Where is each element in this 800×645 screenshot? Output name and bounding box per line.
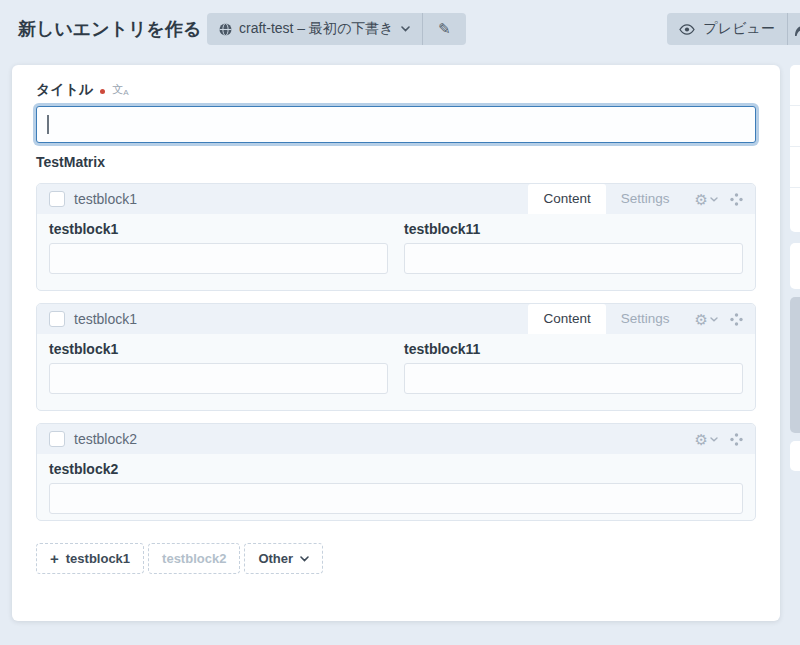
detail-sidebar-panel <box>790 441 800 471</box>
move-icon[interactable] <box>730 193 743 206</box>
gear-icon: ⚙ <box>695 432 708 447</box>
add-button-label: Other <box>258 551 293 566</box>
matrix-block-titlebar: testblock2 ⚙ <box>37 424 755 454</box>
tab-content[interactable]: Content <box>528 304 605 334</box>
detail-sidebar-settings-panel <box>790 65 800 232</box>
block-type-label: testblock1 <box>74 311 137 327</box>
text-caret <box>47 115 49 134</box>
title-field-label: タイトル <box>36 81 93 99</box>
block-checkbox[interactable] <box>49 431 65 447</box>
block-type-label: testblock1 <box>74 191 137 207</box>
globe-icon <box>219 23 232 36</box>
preview-button-label: プレビュー <box>703 20 774 38</box>
tab-content[interactable]: Content <box>528 184 605 214</box>
detail-sidebar-panel <box>790 243 800 289</box>
pencil-icon: ✎ <box>438 20 451 38</box>
move-icon[interactable] <box>730 313 743 326</box>
add-testblock1-button[interactable]: + testblock1 <box>36 543 144 574</box>
chevron-down-icon <box>710 317 718 322</box>
block-field-label: testblock1 <box>49 221 388 237</box>
plus-icon: + <box>50 550 59 567</box>
tab-settings[interactable]: Settings <box>606 184 685 214</box>
matrix-block-fields: testblock2 <box>37 454 755 514</box>
site-draft-switcher-button[interactable]: craft-test – 最初の下書き <box>207 13 422 45</box>
edit-draft-button[interactable]: ✎ <box>422 13 466 45</box>
matrix-block: testblock2 ⚙ testblock2 <box>36 423 756 521</box>
chevron-down-icon <box>710 197 718 202</box>
chevron-down-icon <box>401 26 410 32</box>
matrix-block-titlebar: testblock1 Content Settings ⚙ <box>37 184 755 214</box>
block-field: testblock11 <box>404 341 743 394</box>
matrix-block-fields: testblock1 testblock11 <box>37 214 755 274</box>
block-field-input[interactable] <box>49 363 388 394</box>
chevron-down-icon <box>710 437 718 442</box>
block-field-label: testblock11 <box>404 341 743 357</box>
add-button-label: testblock2 <box>162 551 226 566</box>
title-input-wrap <box>36 106 756 143</box>
block-field-input[interactable] <box>49 483 743 514</box>
share-arrow-icon <box>792 20 800 38</box>
block-checkbox[interactable] <box>49 191 65 207</box>
block-type-label: testblock2 <box>74 431 137 447</box>
block-field-input[interactable] <box>404 363 743 394</box>
block-field-label: testblock2 <box>49 461 743 477</box>
block-actions-button[interactable]: ⚙ <box>695 432 718 447</box>
tab-settings[interactable]: Settings <box>606 304 685 334</box>
entry-edit-pane: タイトル 文A TestMatrix testblock1 Content Se… <box>12 65 780 621</box>
chevron-down-icon <box>300 556 309 562</box>
sidebar-row <box>790 106 800 147</box>
block-field-label: testblock11 <box>404 221 743 237</box>
matrix-block-titlebar: testblock1 Content Settings ⚙ <box>37 304 755 334</box>
title-input[interactable] <box>36 106 756 143</box>
sidebar-row <box>790 188 800 229</box>
matrix-block-fields: testblock1 testblock11 <box>37 334 755 394</box>
title-field-heading: タイトル 文A <box>36 81 129 99</box>
block-field-input[interactable] <box>49 243 388 274</box>
preview-button[interactable]: プレビュー <box>667 13 787 45</box>
context-switcher-group: craft-test – 最初の下書き ✎ <box>207 13 466 45</box>
gear-icon: ⚙ <box>695 192 708 207</box>
context-switcher-label: craft-test – 最初の下書き <box>239 20 394 38</box>
move-icon[interactable] <box>730 433 743 446</box>
block-field: testblock1 <box>49 341 388 394</box>
block-field-label: testblock1 <box>49 341 388 357</box>
matrix-block: testblock1 Content Settings ⚙ testblo <box>36 303 756 411</box>
share-button[interactable] <box>788 13 800 45</box>
block-field: testblock11 <box>404 221 743 274</box>
add-testblock2-button-disabled: testblock2 <box>148 543 240 574</box>
block-actions-button[interactable]: ⚙ <box>695 192 718 207</box>
matrix-block: testblock1 Content Settings ⚙ testblo <box>36 183 756 291</box>
matrix-field-label: TestMatrix <box>36 154 105 170</box>
block-actions-button[interactable]: ⚙ <box>695 312 718 327</box>
add-block-button-row: + testblock1 testblock2 Other <box>36 543 323 574</box>
sidebar-row <box>790 147 800 188</box>
page-title: 新しいエントリを作る <box>18 17 201 41</box>
eye-icon <box>679 24 695 35</box>
sidebar-row <box>790 65 800 106</box>
craft-entry-edit-screen: 新しいエントリを作る craft-test – 最初の下書き ✎ <box>0 0 800 645</box>
required-indicator-icon <box>100 89 105 94</box>
block-checkbox[interactable] <box>49 311 65 327</box>
gear-icon: ⚙ <box>695 312 708 327</box>
add-other-menu-button[interactable]: Other <box>244 543 323 574</box>
block-field: testblock1 <box>49 221 388 274</box>
block-field: testblock2 <box>49 461 743 514</box>
translatable-icon: 文A <box>112 84 128 97</box>
detail-sidebar-gray-panel <box>790 297 800 433</box>
block-field-input[interactable] <box>404 243 743 274</box>
add-button-label: testblock1 <box>66 551 130 566</box>
